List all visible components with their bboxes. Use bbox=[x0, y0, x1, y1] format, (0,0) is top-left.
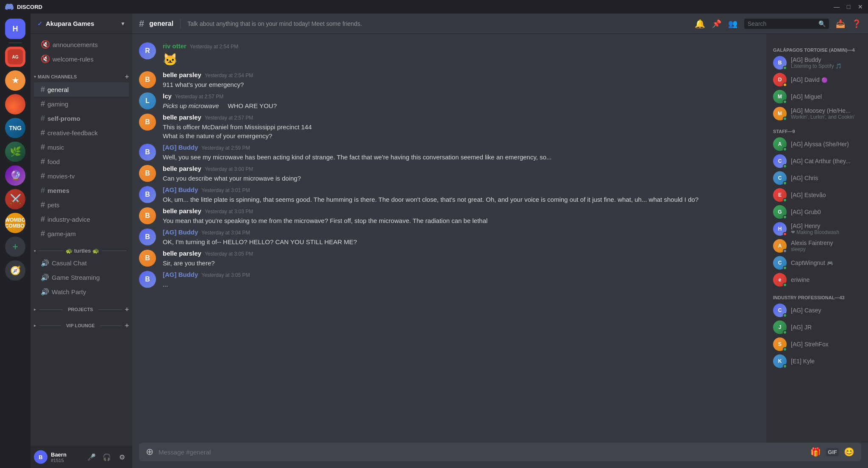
category-add-main[interactable]: + bbox=[125, 73, 129, 81]
server-icon-6[interactable]: 🔮 bbox=[5, 165, 25, 186]
server-icon-7[interactable]: ⚔️ bbox=[5, 189, 25, 209]
gift-button[interactable]: 🎁 bbox=[810, 447, 821, 457]
avatar-buddy-4: B bbox=[139, 271, 156, 288]
pin-icon[interactable]: 📌 bbox=[712, 19, 721, 28]
channel-item-general[interactable]: # general 👥 ⚙ bbox=[34, 82, 129, 97]
author-buddy-1[interactable]: [AG] Buddy bbox=[163, 144, 198, 151]
user-avatar-text: B bbox=[39, 454, 42, 460]
member-ag-chris[interactable]: C [AG] Chris bbox=[770, 170, 865, 187]
channel-item-memes[interactable]: # memes bbox=[34, 183, 129, 198]
member-avatar-casey: C bbox=[773, 304, 787, 317]
message-input[interactable] bbox=[159, 448, 805, 456]
member-ag-cat[interactable]: C [AG] Cat Arthur (they... bbox=[770, 153, 865, 170]
author-lcy[interactable]: lcy bbox=[163, 92, 172, 100]
voice-icon-casual: 🔊 bbox=[41, 259, 49, 267]
channel-item-music[interactable]: # music bbox=[34, 140, 129, 154]
gif-button[interactable]: GIF bbox=[826, 448, 839, 456]
member-ag-david[interactable]: D [AG] David 🟣 bbox=[770, 71, 865, 88]
author-belle-5[interactable]: belle parsley bbox=[163, 250, 201, 257]
member-ag-alyssa[interactable]: A [AG] Alyssa (She/Her) bbox=[770, 136, 865, 153]
channel-item-casual-chat[interactable]: 🔊 Casual Chat bbox=[34, 256, 129, 270]
server-icon-5[interactable]: 🌿 bbox=[5, 142, 25, 162]
channel-item-gaming[interactable]: # gaming bbox=[34, 97, 129, 111]
category-add-vip[interactable]: + bbox=[125, 322, 129, 329]
member-captwingnut[interactable]: C CaptWingnut 🎮 bbox=[770, 254, 865, 271]
category-main-channels[interactable]: ▾ MAIN CHANNELS + bbox=[31, 66, 132, 82]
member-e1-kyle[interactable]: K [E1] Kyle bbox=[770, 353, 865, 370]
close-button[interactable]: ✕ bbox=[858, 4, 863, 9]
channel-item-creative-feedback[interactable]: # creative-feedback bbox=[34, 125, 129, 140]
server-divider bbox=[8, 42, 22, 43]
server-list: H AG ★ TNG 🌿 🔮 ⚔️ WOMBO COMBO + 🧭 bbox=[0, 14, 31, 468]
author-belle-4[interactable]: belle parsley bbox=[163, 207, 201, 214]
category-projects[interactable]: ▸ PROJECTS + bbox=[31, 299, 132, 315]
muted-hash-icon: 🔇 bbox=[41, 40, 50, 49]
deafen-button[interactable]: 🎧 bbox=[100, 450, 114, 464]
member-ag-moosey[interactable]: M [AG] Moosey (He/He... Workin', Lurkin'… bbox=[770, 105, 865, 122]
message-header-4: belle parsley Yesterday at 2:57 PM bbox=[163, 114, 760, 121]
category-vip-lounge[interactable]: ▸ VIP LOUNGE + bbox=[31, 315, 132, 331]
author-belle-2[interactable]: belle parsley bbox=[163, 114, 201, 121]
member-ag-henry[interactable]: H [AG] Henry ❤ Making Bloodwash bbox=[770, 220, 865, 237]
author-belle-1[interactable]: belle parsley bbox=[163, 71, 201, 78]
member-ag-casey[interactable]: C [AG] Casey bbox=[770, 302, 865, 319]
projects-arrow: ▸ bbox=[34, 307, 36, 312]
member-eriwine[interactable]: e eriwine bbox=[770, 271, 865, 288]
projects-line bbox=[39, 309, 63, 310]
category-add-projects[interactable]: + bbox=[125, 306, 129, 313]
member-alexis[interactable]: A Alexis Faintreny sleepy bbox=[770, 237, 865, 254]
channel-item-game-jam[interactable]: # game-jam bbox=[34, 226, 129, 241]
channel-header-name: general bbox=[149, 20, 173, 28]
members-list-icon[interactable]: 👥 bbox=[728, 19, 737, 28]
member-ag-grub0[interactable]: G [AG] Grub0 bbox=[770, 203, 865, 220]
search-box[interactable]: Search 🔍 bbox=[744, 19, 829, 29]
channel-item-game-streaming[interactable]: 🔊 Game Streaming bbox=[34, 270, 129, 284]
channel-item-food[interactable]: # food bbox=[34, 154, 129, 169]
server-header[interactable]: ✓ Akupara Games ▼ bbox=[31, 14, 132, 34]
member-ag-miguel[interactable]: M [AG] Miguel bbox=[770, 88, 865, 105]
server-icon-8[interactable]: WOMBO COMBO bbox=[5, 213, 25, 233]
attach-button[interactable]: ⊕ bbox=[146, 446, 153, 457]
author-buddy-3[interactable]: [AG] Buddy bbox=[163, 228, 198, 236]
author-belle-3[interactable]: belle parsley bbox=[163, 165, 201, 172]
channel-item-welcome-rules[interactable]: 🔇 welcome-rules bbox=[34, 52, 129, 66]
channel-item-industry-advice[interactable]: # industry-advice bbox=[34, 212, 129, 226]
user-settings-button[interactable]: ⚙ bbox=[115, 450, 129, 464]
channel-item-self-promo[interactable]: # self-promo bbox=[34, 111, 129, 125]
member-avatar-miguel: M bbox=[773, 90, 787, 103]
channel-item-watch-party[interactable]: 🔊 Watch Party bbox=[34, 284, 129, 299]
member-ag-buddy[interactable]: B [AG] Buddy Listening to Spotify 🎵 bbox=[770, 54, 865, 71]
category-turtles[interactable]: ▾ 🐢 turtles 🐢 bbox=[31, 241, 132, 256]
member-ag-jr[interactable]: J [AG] JR bbox=[770, 319, 865, 336]
author-buddy-4[interactable]: [AG] Buddy bbox=[163, 271, 198, 278]
server-icon-akgames[interactable]: AG bbox=[5, 47, 25, 67]
channel-topic: Talk about anything that is on your mind… bbox=[187, 20, 690, 27]
author-riv-otter[interactable]: riv otter bbox=[163, 42, 186, 50]
avatar-belle-1: B bbox=[139, 71, 156, 88]
member-ag-estevao[interactable]: E [AG] Estevão bbox=[770, 187, 865, 203]
channel-item-pets[interactable]: # pets bbox=[34, 198, 129, 212]
member-avatar-chris: C bbox=[773, 171, 787, 185]
emoji-button[interactable]: 😊 bbox=[844, 447, 854, 457]
channel-item-announcements[interactable]: 🔇 announcements bbox=[34, 37, 129, 52]
server-icon-4[interactable]: TNG bbox=[5, 118, 25, 138]
channel-name-food: food bbox=[47, 158, 125, 165]
member-info-jr: [AG] JR bbox=[791, 324, 861, 331]
inbox-icon[interactable]: 📥 bbox=[836, 19, 845, 28]
status-strehfox bbox=[783, 347, 787, 351]
notification-bell-icon[interactable]: 🔔 bbox=[695, 19, 705, 29]
maximize-button[interactable]: □ bbox=[846, 4, 851, 9]
server-icon-home[interactable]: H bbox=[5, 19, 25, 39]
author-buddy-2[interactable]: [AG] Buddy bbox=[163, 186, 198, 193]
server-icon-3[interactable] bbox=[5, 94, 25, 114]
add-server-button[interactable]: + bbox=[5, 237, 25, 257]
help-icon[interactable]: ❓ bbox=[852, 19, 861, 28]
explore-button[interactable]: 🧭 bbox=[5, 260, 25, 281]
channel-item-movies-tv[interactable]: # movies-tv bbox=[34, 169, 129, 183]
mute-button[interactable]: 🎤 bbox=[85, 450, 98, 464]
server-icon-2[interactable]: ★ bbox=[5, 70, 25, 91]
timestamp-1: Yesterday at 2:54 PM bbox=[190, 44, 238, 50]
member-ag-strehfox[interactable]: S [AG] StrehFox bbox=[770, 336, 865, 353]
member-info-estevao: [AG] Estevão bbox=[791, 192, 861, 198]
minimize-button[interactable]: — bbox=[834, 4, 839, 9]
